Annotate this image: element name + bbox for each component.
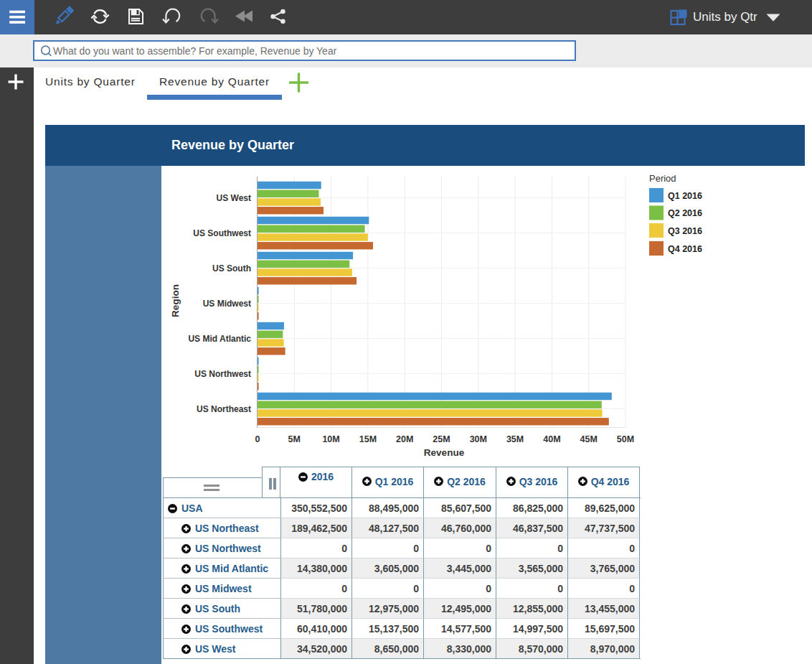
svg-text:50M: 50M bbox=[617, 434, 634, 444]
svg-text:US Northeast: US Northeast bbox=[197, 404, 251, 414]
svg-text:US South: US South bbox=[212, 263, 251, 273]
svg-text:US Mid Atlantic: US Mid Atlantic bbox=[188, 334, 251, 344]
svg-text:45M: 45M bbox=[580, 434, 598, 444]
svg-text:US Midwest: US Midwest bbox=[203, 299, 251, 309]
svg-text:5M: 5M bbox=[288, 434, 301, 444]
svg-text:10M: 10M bbox=[322, 434, 339, 444]
svg-text:US Northwest: US Northwest bbox=[194, 369, 251, 379]
svg-text:US Southwest: US Southwest bbox=[193, 228, 251, 238]
svg-text:Region: Region bbox=[170, 284, 181, 317]
svg-text:Revenue: Revenue bbox=[424, 447, 465, 458]
svg-text:Period: Period bbox=[649, 173, 676, 184]
svg-text:US West: US West bbox=[217, 193, 251, 203]
svg-text:Q2 2016: Q2 2016 bbox=[668, 208, 702, 218]
svg-text:Q4 2016: Q4 2016 bbox=[668, 244, 702, 254]
svg-text:0: 0 bbox=[255, 434, 260, 444]
svg-text:Q1 2016: Q1 2016 bbox=[668, 191, 702, 201]
svg-text:20M: 20M bbox=[396, 434, 413, 444]
svg-text:35M: 35M bbox=[506, 434, 524, 444]
svg-text:25M: 25M bbox=[433, 434, 450, 444]
svg-text:Q3 2016: Q3 2016 bbox=[668, 226, 702, 236]
svg-text:30M: 30M bbox=[470, 434, 487, 444]
svg-text:40M: 40M bbox=[543, 434, 560, 444]
svg-text:15M: 15M bbox=[359, 434, 377, 444]
